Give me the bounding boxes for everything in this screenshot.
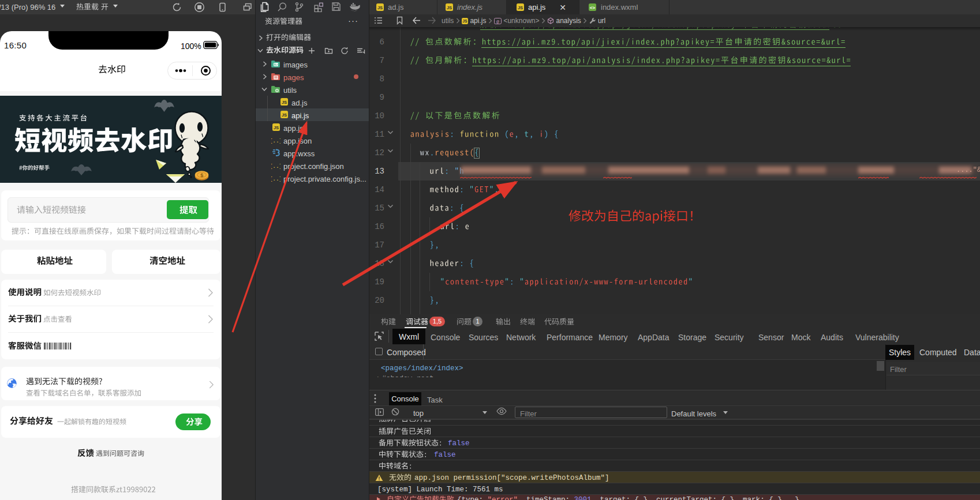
svg-text:JS: JS xyxy=(518,5,523,10)
svg-text:{..}: {..} xyxy=(271,163,280,169)
svg-text:{..}: {..} xyxy=(271,137,280,144)
svg-text:JS: JS xyxy=(377,5,383,10)
svg-text:JS: JS xyxy=(447,5,452,10)
svg-text:JS: JS xyxy=(274,125,279,130)
svg-text:<>: <> xyxy=(590,5,596,10)
svg-text:JS: JS xyxy=(282,112,287,117)
svg-text:@: @ xyxy=(496,19,499,24)
svg-text:JS: JS xyxy=(282,99,287,104)
svg-text:{..}: {..} xyxy=(271,175,280,182)
svg-text:JS: JS xyxy=(462,19,467,23)
